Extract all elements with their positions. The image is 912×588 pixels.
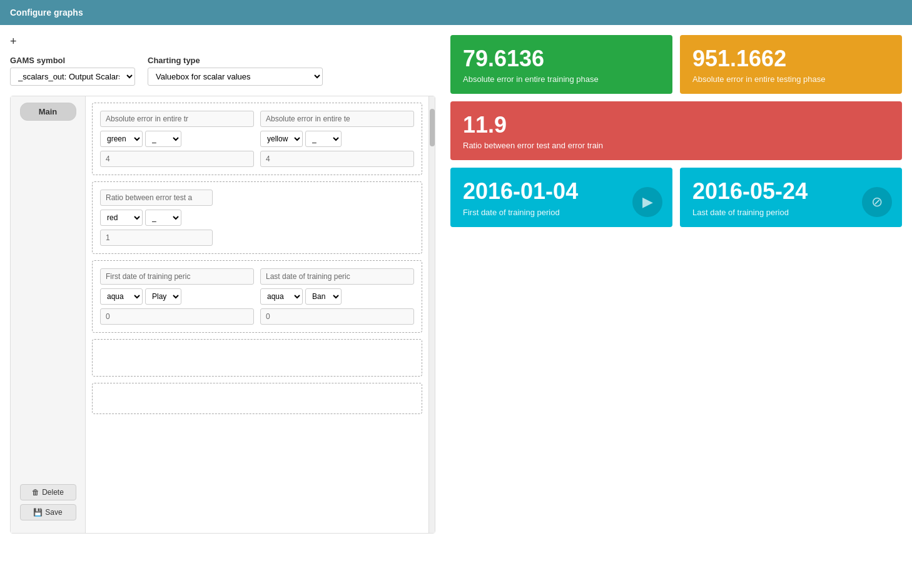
chart-type-label: Charting type bbox=[148, 56, 323, 65]
valuebox-ratio: 11.9 Ratio between error test and error … bbox=[450, 101, 902, 160]
trash-icon: 🗑 bbox=[32, 488, 39, 497]
gams-symbol-select[interactable]: _scalars_out: Output Scalars bbox=[10, 68, 135, 86]
card-2-item-1-title[interactable] bbox=[100, 190, 213, 206]
chart-type-select[interactable]: Valuebox for scalar values bbox=[148, 68, 323, 86]
card-1-item-1-color-select[interactable]: green yellow red aqua bbox=[100, 131, 143, 147]
right-panel: 79.6136 Absolute error in entire trainin… bbox=[445, 35, 902, 578]
save-label: Save bbox=[45, 508, 62, 517]
card-2-items: green yellow red aqua _ Play Ban bbox=[100, 190, 414, 246]
card-2-item-1-color-row: green yellow red aqua _ Play Ban bbox=[100, 210, 213, 226]
delete-label: Delete bbox=[42, 488, 64, 497]
card-1-items: green yellow red aqua _ Play Ban bbox=[100, 111, 414, 167]
valuebox-row-3: 2016-01-04 First date of training period… bbox=[450, 168, 902, 226]
valuebox-row-1: 79.6136 Absolute error in entire trainin… bbox=[450, 35, 902, 94]
vb-last-date-label: Last date of training period bbox=[692, 208, 889, 217]
config-card-2: green yellow red aqua _ Play Ban bbox=[92, 181, 422, 254]
card-3-item-2: green yellow red aqua _ Play Ban bbox=[260, 268, 414, 325]
card-3-item-2-color-row: green yellow red aqua _ Play Ban bbox=[260, 288, 414, 305]
config-card-3: green yellow red aqua _ Play Ban bbox=[92, 260, 422, 333]
card-2-item-1-color-select[interactable]: green yellow red aqua bbox=[100, 210, 143, 226]
card-2-item-1-style-select[interactable]: _ Play Ban bbox=[145, 210, 181, 226]
vb-ratio-value: 11.9 bbox=[463, 111, 889, 138]
card-1-item-2-color-row: green yellow red aqua _ Play Ban bbox=[260, 131, 414, 147]
card-1-item-2-style-select[interactable]: _ Play Ban bbox=[305, 131, 342, 147]
main-content: + GAMS symbol _scalars_out: Output Scala… bbox=[0, 25, 912, 588]
card-3-item-1-title[interactable] bbox=[100, 268, 254, 285]
ban-icon: ⊘ bbox=[862, 187, 892, 217]
chart-type-group: Charting type Valuebox for scalar values bbox=[148, 56, 323, 86]
gams-symbol-group: GAMS symbol _scalars_out: Output Scalars bbox=[10, 56, 135, 86]
middle-area: Main 🗑 Delete 💾 Save bbox=[10, 96, 435, 534]
save-button[interactable]: 💾 Save bbox=[20, 504, 76, 520]
card-1-item-1-title[interactable] bbox=[100, 111, 254, 127]
scrollbar-thumb[interactable] bbox=[430, 109, 435, 146]
card-3-item-2-style-select[interactable]: _ Play Ban bbox=[305, 288, 342, 305]
sidebar-actions: 🗑 Delete 💾 Save bbox=[17, 484, 79, 527]
title-bar: Configure graphs bbox=[0, 0, 912, 25]
card-3-item-1-color-row: green yellow red aqua _ Play Ban bbox=[100, 288, 254, 305]
card-2-item-1: green yellow red aqua _ Play Ban bbox=[100, 190, 213, 246]
card-1-item-1-style-select[interactable]: _ Play Ban bbox=[145, 131, 181, 147]
app-title: Configure graphs bbox=[10, 8, 83, 18]
play-icon: ▶ bbox=[632, 187, 662, 217]
card-3-item-2-color-select[interactable]: green yellow red aqua bbox=[260, 288, 303, 305]
save-icon: 💾 bbox=[33, 508, 43, 517]
vb-ratio-label: Ratio between error test and error train bbox=[463, 141, 889, 150]
vb-testing-error-value: 951.1662 bbox=[692, 45, 889, 72]
card-3-item-1: green yellow red aqua _ Play Ban bbox=[100, 268, 254, 325]
card-1-item-2-title[interactable] bbox=[260, 111, 414, 127]
config-card-5 bbox=[92, 383, 422, 414]
scrollbar-track[interactable] bbox=[428, 96, 435, 533]
config-card-1: green yellow red aqua _ Play Ban bbox=[92, 103, 422, 175]
vb-testing-error-label: Absolute error in entire testing phase bbox=[692, 74, 889, 84]
card-3-item-2-title[interactable] bbox=[260, 268, 414, 285]
add-button[interactable]: + bbox=[10, 35, 17, 48]
delete-button[interactable]: 🗑 Delete bbox=[20, 484, 76, 500]
main-tab-button[interactable]: Main bbox=[20, 103, 76, 121]
vb-last-date-value: 2016-05-24 bbox=[692, 178, 889, 205]
vb-first-date-label: First date of training period bbox=[463, 208, 660, 217]
valuebox-first-date: 2016-01-04 First date of training period… bbox=[450, 168, 672, 226]
card-1-item-1-num[interactable] bbox=[100, 151, 254, 167]
gams-symbol-label: GAMS symbol bbox=[10, 56, 135, 65]
vb-training-error-value: 79.6136 bbox=[463, 45, 660, 72]
valuebox-last-date: 2016-05-24 Last date of training period … bbox=[680, 168, 902, 226]
config-content-area: green yellow red aqua _ Play Ban bbox=[86, 96, 428, 533]
card-1-item-1-color-row: green yellow red aqua _ Play Ban bbox=[100, 131, 254, 147]
config-card-4 bbox=[92, 339, 422, 377]
card-3-item-1-style-select[interactable]: _ Play Ban bbox=[145, 288, 181, 305]
card-1-item-1: green yellow red aqua _ Play Ban bbox=[100, 111, 254, 167]
card-3-item-1-color-select[interactable]: green yellow red aqua bbox=[100, 288, 143, 305]
vb-training-error-label: Absolute error in entire training phase bbox=[463, 74, 660, 84]
left-panel: + GAMS symbol _scalars_out: Output Scala… bbox=[10, 35, 435, 578]
card-1-item-2-num[interactable] bbox=[260, 151, 414, 167]
card-1-item-2-color-select[interactable]: green yellow red aqua bbox=[260, 131, 303, 147]
card-2-item-1-num[interactable] bbox=[100, 230, 213, 246]
card-3-items: green yellow red aqua _ Play Ban bbox=[100, 268, 414, 325]
valuebox-testing-error: 951.1662 Absolute error in entire testin… bbox=[680, 35, 902, 94]
card-1-item-2: green yellow red aqua _ Play Ban bbox=[260, 111, 414, 167]
vb-first-date-value: 2016-01-04 bbox=[463, 178, 660, 205]
sidebar: Main 🗑 Delete 💾 Save bbox=[11, 96, 86, 533]
valuebox-training-error: 79.6136 Absolute error in entire trainin… bbox=[450, 35, 672, 94]
card-3-item-2-num[interactable] bbox=[260, 308, 414, 325]
valuebox-row-2: 11.9 Ratio between error test and error … bbox=[450, 101, 902, 160]
card-3-item-1-num[interactable] bbox=[100, 308, 254, 325]
controls-row: GAMS symbol _scalars_out: Output Scalars… bbox=[10, 56, 435, 86]
